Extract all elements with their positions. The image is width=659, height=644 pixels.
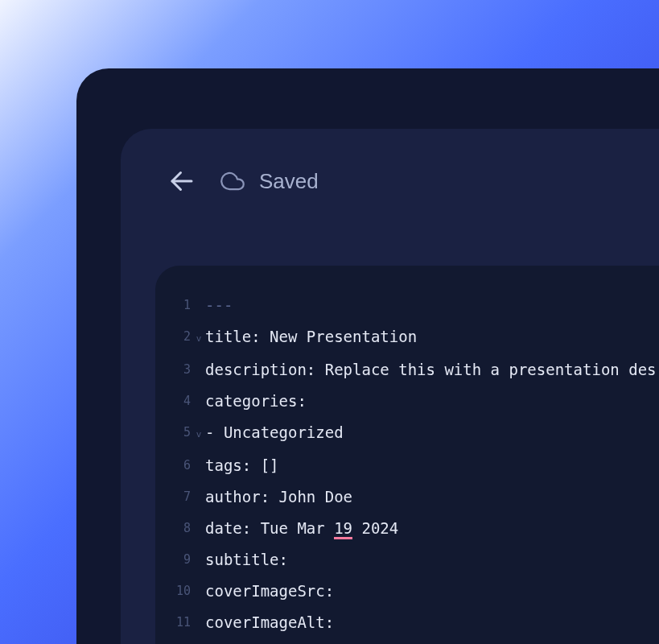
saved-label: Saved bbox=[259, 169, 319, 194]
line-number: 7 bbox=[155, 481, 194, 513]
code-text: description: Replace this with a present… bbox=[204, 354, 657, 386]
back-button[interactable] bbox=[167, 167, 196, 196]
line-number: 6 bbox=[155, 450, 194, 481]
line-number: 8 bbox=[155, 513, 194, 544]
code-line: 8 date: Tue Mar 19 2024 bbox=[155, 513, 659, 544]
save-status: Saved bbox=[220, 169, 319, 194]
code-line: 3 description: Replace this with a prese… bbox=[155, 354, 659, 386]
code-line: 9 subtitle: bbox=[155, 544, 659, 576]
code-line: 5 v - Uncategorized bbox=[155, 417, 659, 450]
code-line: 4 categories: bbox=[155, 386, 659, 417]
code-text: categories: bbox=[204, 386, 307, 417]
code-text: subtitle: bbox=[204, 544, 288, 576]
arrow-left-icon bbox=[167, 167, 196, 196]
code-line: 11 coverImageAlt: bbox=[155, 607, 659, 638]
lint-error: 19 bbox=[334, 519, 352, 539]
fold-marker bbox=[194, 544, 204, 546]
code-line: 2 v title: New Presentation bbox=[155, 321, 659, 354]
fold-marker bbox=[194, 576, 204, 577]
code-line: 6 tags: [] bbox=[155, 450, 659, 481]
fold-marker bbox=[194, 386, 204, 387]
line-number: 2 bbox=[155, 321, 194, 353]
line-number: 4 bbox=[155, 386, 194, 417]
code-text: tags: [] bbox=[204, 450, 279, 481]
code-text: title: New Presentation bbox=[204, 321, 417, 353]
line-number: 9 bbox=[155, 544, 194, 576]
line-number: 11 bbox=[155, 607, 194, 638]
line-number: 10 bbox=[155, 576, 194, 607]
code-text: date: Tue Mar 19 2024 bbox=[204, 513, 398, 544]
cloud-icon bbox=[220, 169, 245, 193]
fold-marker[interactable]: v bbox=[194, 417, 204, 450]
code-text: coverImageSrc: bbox=[204, 576, 334, 607]
code-text: --- bbox=[204, 290, 233, 321]
line-number: 1 bbox=[155, 290, 194, 321]
code-editor[interactable]: 1 --- 2 v title: New Presentation 3 desc… bbox=[155, 266, 659, 644]
fold-marker bbox=[194, 290, 204, 291]
code-text: author: John Doe bbox=[204, 481, 352, 513]
fold-marker[interactable]: v bbox=[194, 321, 204, 354]
code-line: 10 coverImageSrc: bbox=[155, 576, 659, 607]
fold-marker bbox=[194, 450, 204, 452]
toolbar: Saved bbox=[121, 161, 659, 201]
fold-marker bbox=[194, 607, 204, 609]
line-number: 5 bbox=[155, 417, 194, 448]
fold-marker bbox=[194, 513, 204, 514]
fold-marker bbox=[194, 354, 204, 356]
code-text: - Uncategorized bbox=[204, 417, 344, 448]
fold-marker bbox=[194, 481, 204, 483]
code-line: 1 --- bbox=[155, 290, 659, 321]
line-number: 3 bbox=[155, 354, 194, 386]
code-line: 7 author: John Doe bbox=[155, 481, 659, 513]
code-text: coverImageAlt: bbox=[204, 607, 334, 638]
